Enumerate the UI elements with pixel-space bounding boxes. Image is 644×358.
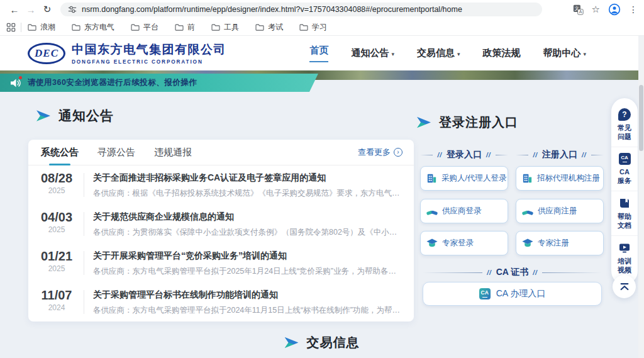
nav-label: 首页 (309, 45, 328, 62)
site-settings-icon[interactable] (68, 5, 77, 14)
notice-date-md: 01/21 (36, 249, 77, 264)
ca-badge-icon: CA (479, 288, 491, 299)
apps-grid-icon[interactable] (6, 23, 16, 32)
notice-list-item[interactable]: 01/21 2025 关于开展采购管理平台“竞价采购业务”培训的通知 各供应商：… (28, 243, 414, 282)
notice-summary: 各供应商：东方电气采购管理平台拟于2024年11月15日上线“标书在线制作”功能… (93, 305, 402, 316)
tab-violation-reports[interactable]: 违规通报 (154, 140, 192, 165)
decorative-line (423, 272, 482, 273)
question-icon: ? (618, 108, 631, 121)
notice-summary: 各供应商：根据《电子招标投标系统技术规范》《电子采购交易规范》要求，东方电气采购… (93, 188, 402, 199)
back-to-top-button[interactable] (613, 275, 636, 298)
bookmark-folder[interactable]: 浪潮 (28, 22, 55, 33)
main-nav: 首页 通知公告 ▾ 交易信息 ▾ 政策法规 帮助中心 ▾ (309, 36, 586, 70)
notices-card: 系统公告 寻源公告 违规通报 查看更多 › 08/28 2025 关于全面推进非… (28, 140, 414, 322)
view-more-link[interactable]: 查看更多 › (358, 147, 402, 158)
building-icon (426, 172, 438, 184)
help-docs-menu-item[interactable]: 帮助文档 (611, 191, 638, 235)
bookmark-label: 浪潮 (40, 22, 55, 33)
ca-badge-bar (482, 297, 487, 298)
nav-label: 帮助中心 (543, 47, 580, 59)
nav-item-notices[interactable]: 通知公告 ▾ (351, 47, 394, 59)
nav-label: 通知公告 (351, 47, 389, 59)
folder-icon (28, 23, 36, 31)
notice-date: 04/03 2025 (36, 210, 77, 234)
view-more-label: 查看更多 (358, 147, 391, 158)
address-bar[interactable]: nsrm.dongfang.com/platform/runtime/epp/d… (60, 3, 542, 16)
bookmark-folder[interactable]: 平台 (131, 22, 158, 33)
building-icon (521, 172, 533, 184)
supplier-register-button[interactable]: 供应商注册 (516, 199, 604, 223)
notice-summary: 各供应商：为贯彻落实《保障中小企业款项支付条例》（国务院令第802号）及《中小企… (93, 227, 402, 238)
bookmark-folder[interactable]: 学习 (299, 22, 327, 33)
training-videos-label: 培训视频 (617, 257, 632, 274)
nav-item-policies[interactable]: 政策法规 (482, 47, 520, 59)
ribbon-text: 请使用360安全浏览器进行后续投标、报价操作 (28, 77, 197, 88)
notice-date: 08/28 2025 (36, 171, 77, 195)
notice-text: 关于开展采购管理平台“竞价采购业务”培训的通知 各供应商：东方电气采购管理平台拟… (93, 249, 402, 277)
profile-avatar-icon[interactable] (608, 3, 621, 16)
notice-title[interactable]: 关于规范供应商企业规模信息的通知 (93, 211, 402, 223)
nav-item-help-center[interactable]: 帮助中心 ▾ (543, 47, 586, 59)
url-text[interactable]: nsrm.dongfang.com/platform/runtime/epp/d… (82, 5, 462, 14)
bookmark-star-icon[interactable]: ☆ (592, 4, 600, 15)
expert-register-button[interactable]: 专家注册 (516, 231, 604, 255)
nav-item-home[interactable]: 首页 (309, 45, 328, 62)
bookmark-folder[interactable]: 工具 (211, 22, 239, 33)
scrollbar-thumb[interactable] (639, 85, 643, 151)
decorative-slashes: // (582, 152, 587, 159)
button-label: 专家登录 (442, 238, 474, 249)
notice-list-item[interactable]: 04/03 2025 关于规范供应商企业规模信息的通知 各供应商：为贯彻落实《保… (28, 204, 414, 243)
login-column-header: // 登录入口 // (420, 149, 508, 160)
tab-system-notices[interactable]: 系统公告 (41, 140, 79, 165)
ca-service-icon: CA (619, 153, 631, 165)
login-column-label: 登录入口 (447, 149, 482, 160)
bookmark-label: 考试 (268, 22, 283, 33)
divider (84, 251, 84, 275)
nav-item-trade-info[interactable]: 交易信息 ▾ (417, 47, 460, 59)
button-label: 采购人/代理人登录 (441, 173, 506, 184)
training-videos-menu-item[interactable]: 培训视频 (611, 235, 638, 280)
supplier-login-button[interactable]: 供应商登录 (420, 199, 508, 223)
notice-date: 01/21 2025 (36, 249, 77, 273)
folder-icon (72, 23, 80, 31)
notice-title[interactable]: 关于开展采购管理平台“竞价采购业务”培训的通知 (93, 250, 402, 262)
folder-icon (255, 23, 264, 31)
ca-icon-text: CA (621, 155, 628, 160)
translate-icon[interactable]: 文A (573, 4, 584, 15)
notice-date-md: 04/03 (36, 210, 77, 225)
bookmark-folder[interactable]: 前 (175, 22, 195, 33)
ca-certificate-label: CA 证书 (496, 267, 529, 278)
bidding-agency-register-button[interactable]: 招标代理机构注册 (516, 166, 604, 191)
buyer-agent-login-button[interactable]: 采购人/代理人登录 (420, 166, 508, 191)
divider (84, 212, 84, 236)
decorative-slashes: // (437, 152, 442, 159)
ca-apply-button[interactable]: CA CA 办理入口 (423, 282, 602, 306)
back-icon[interactable]: ← (6, 4, 23, 15)
tab-sourcing-notices[interactable]: 寻源公告 (97, 140, 135, 165)
button-label: 供应商登录 (442, 206, 482, 216)
faq-menu-item[interactable]: ? 常见问题 (611, 103, 638, 147)
notice-title[interactable]: 关于采购管理平台标书在线制作功能培训的通知 (93, 289, 402, 301)
bookmarks-separator (21, 23, 21, 32)
expert-login-button[interactable]: 专家登录 (420, 231, 508, 255)
notice-date-year: 2024 (36, 303, 77, 312)
company-logo[interactable]: DEC 中国东方电气集团有限公司 DONGFANG ELECTRIC CORPO… (28, 42, 226, 65)
arrow-to-top-icon (619, 282, 630, 292)
notice-title[interactable]: 关于全面推进非招标采购业务CA认证及电子签章应用的通知 (93, 172, 402, 184)
dec-logo-icon: DEC (28, 43, 65, 64)
bookmark-folder[interactable]: 东方电气 (72, 22, 114, 33)
handshake-icon (521, 206, 534, 217)
decorative-slashes: // (533, 269, 538, 276)
notice-summary: 各供应商：东方电气采购管理平台拟于2025年1月24日上线“竞价采购”业务，为帮… (93, 266, 402, 277)
notice-list-item[interactable]: 08/28 2025 关于全面推进非招标采购业务CA认证及电子签章应用的通知 各… (28, 165, 414, 204)
browser-toolbar: ← → ↻ nsrm.dongfang.com/platform/runtime… (0, 0, 644, 19)
notice-list-item[interactable]: 11/07 2024 关于采购管理平台标书在线制作功能培训的通知 各供应商：东方… (28, 282, 414, 322)
handshake-icon (426, 206, 438, 217)
bookmark-folder[interactable]: 考试 (255, 22, 283, 33)
bookmark-label: 东方电气 (84, 22, 114, 33)
forward-icon[interactable]: → (23, 4, 39, 15)
reload-icon[interactable]: ↻ (39, 4, 55, 15)
bookmark-label: 平台 (143, 22, 158, 33)
ca-service-menu-item[interactable]: CA CA服务 (611, 147, 638, 191)
browser-menu-icon[interactable]: ⋮ (629, 4, 638, 14)
